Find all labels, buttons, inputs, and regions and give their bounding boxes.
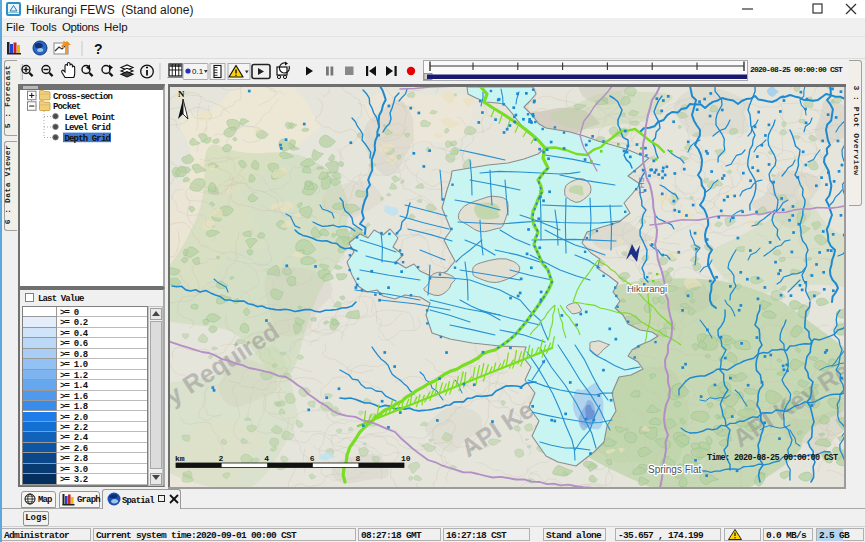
svg-text:10: 10 (401, 454, 411, 463)
svg-text:Hikurangi: Hikurangi (627, 283, 667, 294)
svg-text:Pocket: Pocket (53, 102, 81, 112)
svg-text:4: 4 (264, 454, 269, 463)
svg-text:Level Point: Level Point (65, 113, 116, 123)
svg-text:km: km (175, 454, 185, 463)
svg-text:?: ? (94, 41, 103, 57)
svg-text:Depth Grid: Depth Grid (65, 134, 111, 144)
svg-text:8: 8 (355, 454, 360, 463)
svg-text:2: 2 (219, 454, 224, 463)
svg-text:Time: 2020-08-25 00:00:00 CST: Time: 2020-08-25 00:00:00 CST (707, 453, 838, 463)
svg-text:6: 6 (310, 454, 315, 463)
svg-text:SH 1: SH 1 (637, 177, 646, 195)
svg-text:Cross-section: Cross-section (53, 92, 113, 102)
svg-text:Springs Flat: Springs Flat (648, 464, 702, 475)
svg-text:Level Grid: Level Grid (65, 123, 111, 133)
svg-text:N: N (178, 89, 185, 99)
svg-text:0.1: 0.1 (192, 67, 204, 76)
